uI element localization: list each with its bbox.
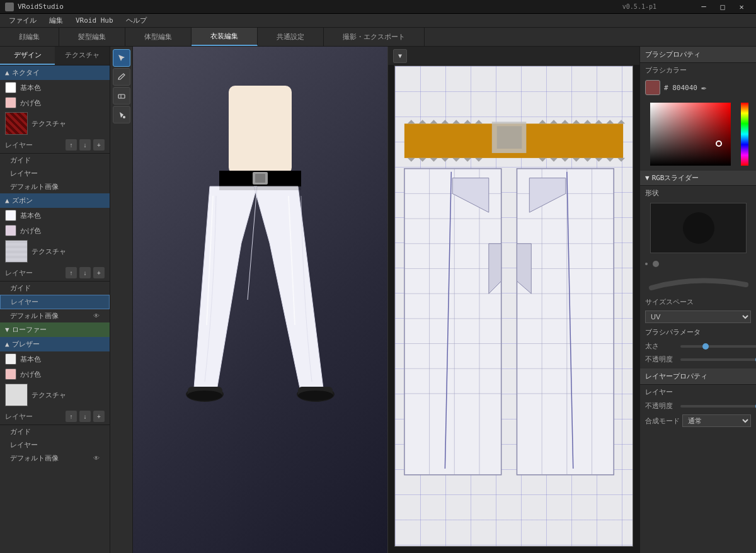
left-toolbar — [110, 47, 133, 553]
svg-marker-47 — [550, 158, 558, 162]
eyedropper-icon[interactable]: ✒ — [701, 83, 706, 93]
svg-marker-52 — [606, 158, 614, 162]
necktie-shadow-color-row[interactable]: かげ色 — [0, 95, 110, 110]
necktie-layer-up[interactable]: ↑ — [66, 139, 77, 151]
brush-size-preview-small — [645, 263, 648, 265]
necktie-layer-controls: レイヤー ↑ ↓ + — [0, 137, 110, 154]
section-loafer[interactable]: ▼ ローファー — [0, 322, 110, 337]
blazer-shadow-color-row[interactable]: かげ色 — [0, 367, 110, 382]
necktie-layer[interactable]: レイヤー — [0, 167, 110, 180]
tool-pencil[interactable] — [113, 68, 130, 86]
app-icon — [5, 3, 14, 11]
blazer-guide[interactable]: ガイド — [0, 425, 110, 438]
blazer-texture-thumb[interactable] — [5, 384, 28, 406]
character-container — [133, 47, 387, 553]
tab-design[interactable]: デザイン — [0, 47, 55, 65]
necktie-base-color-swatch[interactable] — [5, 82, 16, 93]
pants-texture-label: テクスチャ — [32, 247, 66, 256]
thickness-slider[interactable] — [680, 345, 756, 348]
color-picker-handle[interactable] — [716, 140, 722, 147]
pants-shadow-color-row[interactable]: かげ色 — [0, 223, 110, 238]
rgb-slider-section[interactable]: ▼ RGBスライダー — [640, 171, 756, 186]
tab-texture[interactable]: テクスチャ — [55, 47, 110, 65]
necktie-texture-row[interactable]: テクスチャ — [0, 110, 110, 137]
svg-marker-53 — [617, 158, 625, 162]
pants-layer-label: レイヤー — [5, 268, 63, 278]
svg-rect-4 — [229, 86, 292, 174]
section-pants[interactable]: ▲ ズボン — [0, 193, 110, 208]
svg-marker-32 — [550, 120, 558, 123]
3d-viewport[interactable] — [133, 47, 387, 553]
tab-body[interactable]: 体型編集 — [125, 28, 192, 46]
brush-color-swatch[interactable] — [645, 80, 660, 95]
necktie-layer-down[interactable]: ↓ — [79, 139, 91, 151]
tab-clothing[interactable]: 衣装編集 — [192, 28, 258, 46]
menu-file[interactable]: ファイル — [3, 14, 43, 26]
pants-visibility-icon[interactable]: 👁 — [93, 312, 100, 319]
shape-preview[interactable] — [650, 203, 747, 253]
pants-guide[interactable]: ガイド — [0, 282, 110, 295]
opacity-slider[interactable] — [680, 358, 756, 361]
tab-hair[interactable]: 髪型編集 — [59, 28, 125, 46]
color-gradient-picker[interactable] — [650, 103, 731, 166]
blazer-texture-row[interactable]: テクスチャ — [0, 382, 110, 408]
svg-marker-36 — [595, 120, 602, 123]
brush-color-hex[interactable]: # 804040 — [664, 84, 697, 92]
shape-circle — [683, 212, 714, 244]
svg-marker-22 — [408, 120, 415, 123]
blazer-default-image[interactable]: デフォルト画像 👁 — [0, 452, 110, 465]
svg-rect-67 — [517, 169, 614, 475]
pants-layer-up[interactable]: ↑ — [66, 267, 77, 278]
blend-mode-select[interactable]: 通常 乗算 スクリーン — [682, 414, 751, 427]
uv-menu-button[interactable]: ▼ — [393, 49, 407, 63]
layer-opacity-slider[interactable] — [680, 405, 756, 408]
pants-texture-row[interactable]: テクスチャ — [0, 238, 110, 265]
necktie-base-color-row[interactable]: 基本色 — [0, 80, 110, 95]
tab-common[interactable]: 共通設定 — [258, 28, 324, 46]
blazer-layer[interactable]: レイヤー — [0, 438, 110, 452]
layer-opacity-label: 不透明度 — [645, 401, 677, 411]
uv-texture-display[interactable] — [394, 66, 633, 547]
menu-help[interactable]: ヘルプ — [120, 14, 153, 26]
necktie-layer-add[interactable]: + — [93, 139, 105, 151]
necktie-default-image[interactable]: デフォルト画像 — [0, 180, 110, 193]
svg-marker-40 — [419, 158, 427, 162]
uv-topbar: ▼ — [388, 47, 639, 66]
section-blazer[interactable]: ▲ ブレザー — [0, 337, 110, 351]
section-necktie[interactable]: ▲ ネクタイ — [0, 66, 110, 80]
blazer-layer-down[interactable]: ↓ — [79, 411, 91, 422]
brush-stroke-preview — [640, 270, 756, 295]
close-button[interactable]: ✕ — [732, 0, 751, 14]
blazer-shadow-color-swatch[interactable] — [5, 368, 16, 380]
color-hue-slider[interactable] — [741, 103, 748, 166]
menu-vroid-hub[interactable]: VRoid Hub — [69, 15, 120, 26]
menu-edit[interactable]: 編集 — [43, 14, 69, 26]
blazer-visibility-icon[interactable]: 👁 — [93, 455, 100, 462]
pants-layer-selected[interactable]: レイヤー — [0, 295, 110, 309]
pants-base-color-swatch[interactable] — [5, 210, 16, 221]
pants-layer-down[interactable]: ↓ — [79, 267, 91, 278]
pants-default-image[interactable]: デフォルト画像 👁 — [0, 309, 110, 322]
necktie-shadow-color-swatch[interactable] — [5, 97, 16, 108]
tab-photo[interactable]: 撮影・エクスポート — [324, 28, 425, 46]
tab-face[interactable]: 顔編集 — [0, 28, 59, 46]
maximize-button[interactable]: □ — [713, 0, 732, 14]
blazer-base-color-row[interactable]: 基本色 — [0, 351, 110, 367]
opacity-slider-row: 不透明度 100 — [640, 353, 756, 366]
blazer-texture-label: テクスチャ — [32, 391, 66, 400]
pants-texture-thumb[interactable] — [5, 240, 28, 263]
tool-eraser[interactable] — [113, 87, 130, 105]
tool-fill[interactable] — [113, 106, 130, 123]
necktie-texture-thumb[interactable] — [5, 112, 28, 135]
minimize-button[interactable]: ─ — [694, 0, 713, 14]
blazer-layer-add[interactable]: + — [93, 411, 105, 422]
size-space-select[interactable]: UV スクリーン — [645, 311, 751, 323]
blazer-layer-up[interactable]: ↑ — [66, 411, 77, 422]
necktie-guide[interactable]: ガイド — [0, 154, 110, 167]
pants-shadow-color-swatch[interactable] — [5, 225, 16, 236]
blazer-base-color-swatch[interactable] — [5, 353, 16, 365]
pants-layer-add[interactable]: + — [93, 267, 105, 278]
tool-cursor[interactable] — [113, 49, 130, 67]
pants-base-color-row[interactable]: 基本色 — [0, 208, 110, 223]
brush-color-row: ブラシカラー — [640, 63, 756, 77]
